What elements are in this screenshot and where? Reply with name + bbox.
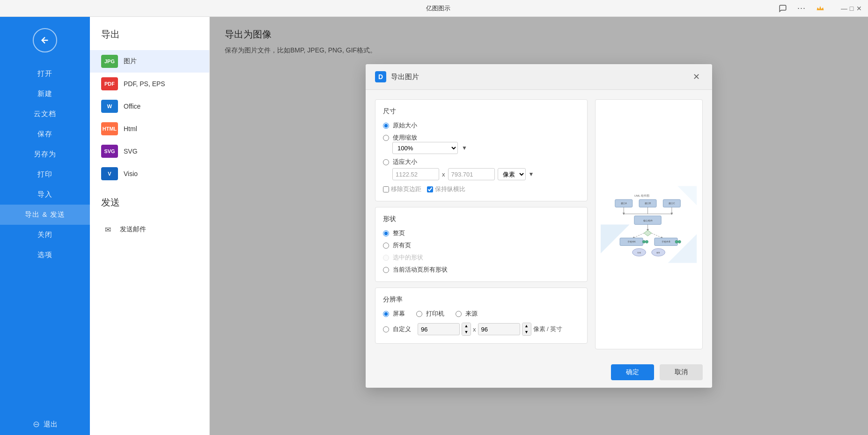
diagram-preview-svg: UML 组件图 接口A 接口B 接口C — [601, 112, 697, 337]
resolution-section: 分辨率 屏幕 打印机 — [375, 288, 588, 344]
unit-select[interactable]: 像素 — [498, 168, 526, 180]
keep-ratio-checkbox[interactable] — [427, 186, 433, 192]
resolution-option-printer[interactable]: 打印机 — [416, 310, 444, 318]
resolution-radio-printer[interactable] — [416, 311, 422, 317]
size-radio-original[interactable] — [383, 123, 389, 129]
resolution-option-custom[interactable]: 自定义 — [383, 325, 411, 333]
nav-item-svg[interactable]: SVG SVG — [90, 140, 209, 162]
shape-label-whole: 整页 — [393, 229, 405, 237]
svg-point-27 — [678, 240, 681, 243]
remove-margin-label[interactable]: 移除页边距 — [383, 185, 421, 193]
shape-radio-current-all[interactable] — [383, 267, 389, 273]
width-input[interactable] — [392, 168, 439, 180]
export-panel: 导出 JPG 图片 PDF PDF, PS, EPS W — [90, 17, 868, 435]
content-area: 导出 JPG 图片 PDF PDF, PS, EPS W — [90, 17, 868, 435]
resolution-width-spinner[interactable]: ▲ ▼ — [462, 323, 471, 336]
minimize-button[interactable]: — — [841, 5, 847, 12]
nav-icon-jpg: JPG — [101, 55, 118, 68]
close-button[interactable]: ✕ — [856, 5, 862, 12]
sidebar-item-options[interactable]: 选项 — [0, 245, 90, 265]
sidebar-item-open[interactable]: 打开 — [0, 64, 90, 84]
sidebar-item-new[interactable]: 新建 — [0, 84, 90, 104]
svg-text:接口C: 接口C — [669, 202, 676, 205]
nav-icon-visio: V — [101, 167, 118, 180]
unit-dropdown-arrow-icon: ▼ — [529, 171, 534, 177]
shape-option-selected[interactable]: 选中的形状 — [383, 253, 580, 262]
nav-icon-office: W — [101, 100, 118, 113]
sidebar-item-export[interactable]: 导出 & 发送 — [0, 205, 90, 225]
resolution-radio-custom[interactable] — [383, 326, 389, 332]
svg-text:服务: 服务 — [657, 251, 661, 254]
size-radio-scale[interactable] — [383, 135, 389, 141]
dialog-title: 导出图片 — [391, 73, 419, 81]
confirm-button[interactable]: 确定 — [611, 364, 654, 380]
resolution-label-printer: 打印机 — [426, 310, 444, 318]
size-option-scale-row: 使用缩放 100% ▼ — [383, 133, 580, 154]
resolution-height-spinner[interactable]: ▲ ▼ — [522, 323, 531, 336]
resolution-radio-screen[interactable] — [383, 311, 389, 317]
dropdown-arrow-icon: ▼ — [462, 145, 467, 151]
size-radio-fit[interactable] — [383, 159, 389, 165]
shape-option-all[interactable]: 所有页 — [383, 241, 580, 250]
resolution-width-input[interactable] — [418, 323, 460, 335]
more-icon[interactable]: ··· — [796, 3, 807, 14]
shape-option-current-all[interactable]: 当前活动页所有形状 — [383, 265, 580, 274]
size-option-original[interactable]: 原始大小 — [383, 121, 580, 130]
svg-text:存储: 存储 — [637, 251, 641, 254]
maximize-button[interactable]: □ — [848, 5, 855, 12]
sidebar-item-save[interactable]: 保存 — [0, 124, 90, 144]
send-section: 发送 ✉ 发送邮件 — [90, 192, 209, 241]
sidebar: 打开 新建 云文档 保存 另存为 打印 导入 导出 & 发送 — [0, 17, 90, 435]
send-item-email[interactable]: ✉ 发送邮件 — [90, 218, 209, 241]
shape-option-whole[interactable]: 整页 — [383, 229, 580, 237]
shape-label-all: 所有页 — [393, 241, 411, 250]
nav-item-office[interactable]: W Office — [90, 95, 209, 118]
svg-line-18 — [633, 233, 644, 237]
nav-item-pdf[interactable]: PDF PDF, PS, EPS — [90, 73, 209, 95]
sidebar-item-import[interactable]: 导入 — [0, 184, 90, 205]
checkbox-row: 移除页边距 保持纵横比 — [383, 185, 580, 193]
back-button[interactable] — [33, 28, 57, 52]
keep-ratio-label[interactable]: 保持纵横比 — [427, 185, 465, 193]
size-option-scale[interactable]: 使用缩放 — [383, 133, 580, 142]
resolution-height-down[interactable]: ▼ — [522, 329, 531, 335]
sidebar-item-cloud[interactable]: 云文档 — [0, 104, 90, 124]
scale-select[interactable]: 100% — [392, 142, 458, 154]
dialog-close-button[interactable]: ✕ — [690, 71, 703, 83]
shape-label-selected: 选中的形状 — [393, 253, 423, 262]
sidebar-item-saveas[interactable]: 另存为 — [0, 144, 90, 164]
sidebar-item-exit[interactable]: ⊖ 退出 — [0, 413, 90, 435]
fit-size-row: x 像素 ▼ — [392, 168, 580, 180]
sidebar-item-close[interactable]: 关闭 — [0, 225, 90, 245]
resolution-option-source[interactable]: 来源 — [456, 310, 478, 318]
nav-item-html[interactable]: HTML Html — [90, 118, 209, 140]
resolution-width-up[interactable]: ▲ — [462, 323, 471, 329]
custom-resolution-row: 自定义 ▲ ▼ x — [383, 323, 580, 336]
resolution-radio-source[interactable] — [456, 311, 462, 317]
export-dialog: D 导出图片 ✕ 尺寸 — [366, 64, 712, 388]
resolution-width-down[interactable]: ▼ — [462, 329, 471, 335]
resolution-option-screen[interactable]: 屏幕 — [383, 310, 405, 318]
cancel-button[interactable]: 取消 — [660, 364, 703, 380]
sidebar-item-print[interactable]: 打印 — [0, 164, 90, 184]
height-input[interactable] — [448, 168, 495, 180]
dialog-title-icon: D — [375, 71, 386, 82]
title-bar: 亿图图示 ··· — □ ✕ — [0, 0, 868, 17]
nav-item-image[interactable]: JPG 图片 — [90, 50, 209, 73]
shape-radio-all[interactable] — [383, 243, 389, 249]
nav-item-visio[interactable]: V Visio — [90, 162, 209, 185]
svg-marker-17 — [644, 230, 652, 236]
resolution-height-up[interactable]: ▲ — [522, 323, 531, 329]
shape-radio-whole[interactable] — [383, 230, 389, 236]
export-nav-title: 导出 — [90, 24, 209, 50]
svg-point-22 — [643, 240, 646, 243]
remove-margin-checkbox[interactable] — [383, 186, 389, 192]
size-section: 尺寸 原始大小 — [375, 99, 588, 201]
shape-radio-group: 整页 所有页 选中的形状 — [383, 229, 580, 274]
chat-icon[interactable] — [777, 3, 788, 14]
crown-icon[interactable] — [815, 3, 826, 14]
dialog-body: 尺寸 原始大小 — [366, 90, 712, 359]
size-option-fit[interactable]: 适应大小 — [383, 158, 580, 166]
export-content: 导出为图像 保存为图片文件，比如BMP, JPEG, PNG, GIF格式。 D… — [210, 17, 868, 435]
resolution-height-input[interactable] — [478, 323, 520, 335]
